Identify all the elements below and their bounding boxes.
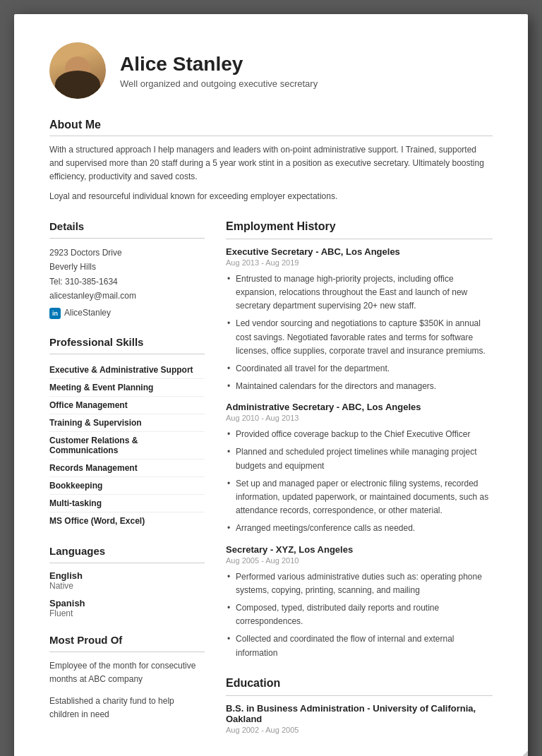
job-0: Executive Secretary - ABC, Los Angeles A… xyxy=(226,246,493,394)
address-line2: Beverly Hills xyxy=(49,260,205,274)
about-paragraph-2: Loyal and resourceful individual known f… xyxy=(49,190,493,203)
header-section: Alice Stanley Well organized and outgoin… xyxy=(49,42,493,99)
employment-title: Employment History xyxy=(226,220,493,233)
edu-item-0: B.S. in Business Administration - Univer… xyxy=(226,703,493,734)
education-section: Education B.S. in Business Administratio… xyxy=(226,677,493,734)
right-column: Employment History Executive Secretary -… xyxy=(226,220,493,738)
language-level-1: Fluent xyxy=(49,608,205,618)
header-info: Alice Stanley Well organized and outgoin… xyxy=(120,53,318,89)
left-column: Details 2923 Doctors Drive Beverly Hills… xyxy=(49,220,205,738)
bullet: Collected and coordinated the flow of in… xyxy=(226,632,493,659)
bullet: Coordinated all travel for the departmen… xyxy=(226,362,493,376)
about-section: About Me With a structured approach I he… xyxy=(49,119,493,203)
job-1: Administrative Secretary - ABC, Los Ange… xyxy=(226,402,493,535)
skill-item: Training & Supervision xyxy=(49,414,205,432)
proud-section: Most Proud Of Employee of the month for … xyxy=(49,634,205,722)
skill-item: Office Management xyxy=(49,397,205,414)
edu-degree-0: B.S. in Business Administration - Univer… xyxy=(226,703,493,724)
details-title: Details xyxy=(49,220,205,232)
job-bullets-2: Performed various administrative duties … xyxy=(226,570,493,660)
job-dates-1: Aug 2010 - Aug 2013 xyxy=(226,414,493,422)
job-title-2: Secretary - XYZ, Los Angeles xyxy=(226,544,493,555)
skill-item: Multi-tasking xyxy=(49,495,205,512)
bullet: Set up and managed paper or electronic f… xyxy=(226,477,493,518)
proud-title: Most Proud Of xyxy=(49,634,205,646)
bullet: Provided office coverage backup to the C… xyxy=(226,428,493,441)
phone: Tel: 310-385-1634 xyxy=(49,275,205,289)
language-name-1: Spanish xyxy=(49,598,205,608)
bullet: Composed, typed, distributed daily repor… xyxy=(226,601,493,628)
job-dates-2: Aug 2005 - Aug 2010 xyxy=(226,556,493,565)
proud-item-0: Employee of the month for consecutive mo… xyxy=(49,659,205,686)
about-title: About Me xyxy=(49,119,493,131)
skill-item: MS Office (Word, Excel) xyxy=(49,512,205,529)
language-level-0: Native xyxy=(49,581,205,591)
skill-item: Customer Relations & Communications xyxy=(49,432,205,460)
bullet: Led vendor sourcing and negotiations to … xyxy=(226,317,493,358)
skills-title: Professional Skills xyxy=(49,336,205,348)
bullet: Performed various administrative duties … xyxy=(226,570,493,597)
languages-title: Languages xyxy=(49,545,205,557)
bullet: Entrusted to manage high-priority projec… xyxy=(226,272,493,313)
skill-item: Executive & Administrative Support xyxy=(49,361,205,379)
main-content: Details 2923 Doctors Drive Beverly Hills… xyxy=(49,220,493,738)
language-item-0: English Native xyxy=(49,570,205,591)
candidate-name: Alice Stanley xyxy=(120,53,318,76)
bullet: Maintained calendars for the directors a… xyxy=(226,380,493,393)
bullet: Arranged meetings/conference calls as ne… xyxy=(226,522,493,535)
details-section: Details 2923 Doctors Drive Beverly Hills… xyxy=(49,220,205,320)
job-title-1: Administrative Secretary - ABC, Los Ange… xyxy=(226,402,493,412)
bullet: Planned and scheduled project timelines … xyxy=(226,445,493,472)
linkedin-row: in AliceStanley xyxy=(49,306,205,320)
skills-list: Executive & Administrative Support Meeti… xyxy=(49,361,205,529)
linkedin-icon: in xyxy=(49,308,61,319)
languages-section: Languages English Native Spanish Fluent xyxy=(49,545,205,618)
job-bullets-0: Entrusted to manage high-priority projec… xyxy=(226,272,493,394)
avatar xyxy=(49,42,106,99)
candidate-tagline: Well organized and outgoing executive se… xyxy=(120,78,318,89)
resume-page: Alice Stanley Well organized and outgoin… xyxy=(14,14,528,756)
job-dates-0: Aug 2013 - Aug 2019 xyxy=(226,258,493,267)
education-title: Education xyxy=(226,677,493,690)
linkedin-handle: AliceStanley xyxy=(64,306,111,320)
language-name-0: English xyxy=(49,570,205,581)
job-2: Secretary - XYZ, Los Angeles Aug 2005 - … xyxy=(226,544,493,660)
skill-item: Bookkeeping xyxy=(49,477,205,495)
about-paragraph-1: With a structured approach I help manage… xyxy=(49,143,493,184)
email: alicestanley@mail.com xyxy=(49,289,205,303)
skills-section: Professional Skills Executive & Administ… xyxy=(49,336,205,529)
skill-item: Meeting & Event Planning xyxy=(49,379,205,397)
employment-section: Employment History Executive Secretary -… xyxy=(226,220,493,660)
job-title-0: Executive Secretary - ABC, Los Angeles xyxy=(226,246,493,257)
edu-dates-0: Aug 2002 - Aug 2005 xyxy=(226,726,493,734)
skill-item: Records Management xyxy=(49,460,205,477)
job-bullets-1: Provided office coverage backup to the C… xyxy=(226,428,493,535)
proud-item-1: Established a charity fund to help child… xyxy=(49,695,205,721)
language-item-1: Spanish Fluent xyxy=(49,598,205,618)
address-line1: 2923 Doctors Drive xyxy=(49,246,205,260)
